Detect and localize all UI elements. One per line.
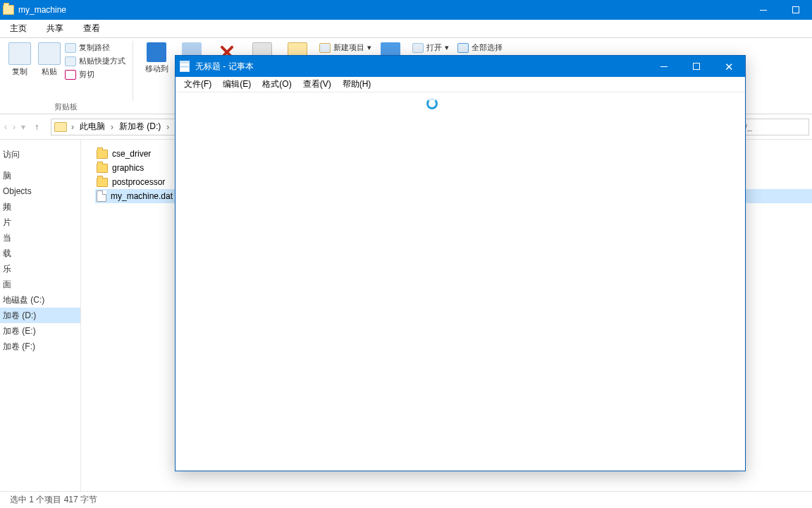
explorer-ribbon-tabs: 主页 共享 查看 xyxy=(0,20,812,38)
ribbon-tab-view[interactable]: 查看 xyxy=(73,20,110,37)
nav-back-button[interactable]: ‹ xyxy=(4,122,7,132)
ribbon-copy-path-button[interactable]: 复制路径 xyxy=(65,42,125,53)
busy-cursor-icon xyxy=(426,98,438,109)
notepad-titlebar[interactable]: 无标题 - 记事本 ✕ xyxy=(176,56,745,77)
ribbon-tab-share[interactable]: 共享 xyxy=(37,20,73,37)
file-name-label: cse_driver xyxy=(112,149,151,159)
chevron-right-icon: › xyxy=(70,122,75,132)
ribbon-cut-button[interactable]: 剪切 xyxy=(65,69,125,80)
sidebar-item[interactable]: 面 xyxy=(0,277,80,292)
file-name-label: graphics xyxy=(112,163,144,173)
sidebar-item[interactable]: 加卷 (F:) xyxy=(0,339,80,354)
file-icon xyxy=(97,190,106,202)
paste-icon xyxy=(38,42,61,65)
file-name-label: my_machine.dat xyxy=(111,191,173,201)
select-all-icon xyxy=(457,43,469,53)
sidebar-item[interactable]: 加卷 (E:) xyxy=(0,323,80,339)
sidebar-item[interactable]: 加卷 (D:) xyxy=(0,308,80,323)
sidebar-item[interactable]: 当 xyxy=(0,230,80,246)
sidebar-item[interactable]: Objects xyxy=(0,183,80,199)
explorer-statusbar: 选中 1 个项目 417 字节 xyxy=(0,491,812,508)
explorer-maximize-button[interactable] xyxy=(780,0,812,20)
folder-icon xyxy=(54,122,67,132)
notepad-icon xyxy=(180,61,190,72)
menu-edit[interactable]: 编辑(E) xyxy=(217,77,257,92)
nav-recent-button[interactable]: ▾ xyxy=(21,122,25,132)
ribbon-separator xyxy=(133,41,133,101)
nav-forward-button[interactable]: › xyxy=(13,122,16,132)
explorer-window-buttons xyxy=(747,0,812,20)
explorer-titlebar[interactable]: my_machine xyxy=(0,0,812,20)
explorer-minimize-button[interactable] xyxy=(747,0,780,20)
sidebar-item[interactable]: 频 xyxy=(0,199,80,214)
nav-up-button[interactable]: ↑ xyxy=(31,122,42,132)
move-to-icon xyxy=(147,42,166,62)
breadcrumb-segment[interactable]: 新加卷 (D:) xyxy=(116,121,164,133)
ribbon-copy-button[interactable]: 复制 xyxy=(6,41,34,80)
ribbon-select-all-button[interactable]: 全部选择 xyxy=(457,42,503,53)
explorer-sidebar[interactable]: 访问脑Objects频片当载乐面地磁盘 (C:)加卷 (D:)加卷 (E:)加卷… xyxy=(0,140,81,491)
ribbon-group-label: 剪贴板 xyxy=(1,102,130,112)
notepad-close-button[interactable]: ✕ xyxy=(713,56,745,77)
sidebar-item[interactable]: 载 xyxy=(0,246,80,261)
ribbon-group-clipboard: 复制 粘贴 复制路径 粘贴快捷方式 剪切 剪贴板 xyxy=(1,38,130,114)
ribbon-new-item-button[interactable]: 新建项目 ▾ xyxy=(319,42,371,53)
sidebar-item[interactable]: 访问 xyxy=(0,147,80,162)
status-text: 选中 1 个项目 417 字节 xyxy=(10,494,97,506)
menu-format[interactable]: 格式(O) xyxy=(257,77,297,92)
shortcut-icon xyxy=(65,56,76,66)
notepad-minimize-button[interactable] xyxy=(648,56,680,77)
notepad-window[interactable]: 无标题 - 记事本 ✕ 文件(F) 编辑(E) 格式(O) 查看(V) 帮助(H… xyxy=(175,55,746,471)
notepad-menubar: 文件(F) 编辑(E) 格式(O) 查看(V) 帮助(H) xyxy=(176,77,745,92)
sidebar-item[interactable]: 乐 xyxy=(0,261,80,277)
folder-icon xyxy=(97,164,108,173)
ribbon-open-button[interactable]: 打开 ▾ xyxy=(412,42,449,53)
sidebar-item[interactable]: 片 xyxy=(0,214,80,230)
explorer-title: my_machine xyxy=(18,5,66,15)
chevron-right-icon: › xyxy=(109,122,115,132)
scissors-icon xyxy=(65,70,76,80)
folder-icon xyxy=(97,150,108,159)
menu-file[interactable]: 文件(F) xyxy=(178,77,217,92)
chevron-right-icon: › xyxy=(165,122,171,132)
notepad-title: 无标题 - 记事本 xyxy=(195,61,254,73)
notepad-text-area[interactable] xyxy=(176,92,745,471)
sidebar-item[interactable]: 地磁盘 (C:) xyxy=(0,292,80,308)
path-icon xyxy=(65,43,76,53)
breadcrumb-segment[interactable]: 此电脑 xyxy=(77,121,108,133)
menu-view[interactable]: 查看(V) xyxy=(297,77,337,92)
new-item-icon xyxy=(319,43,331,53)
notepad-maximize-button[interactable] xyxy=(680,56,713,77)
folder-icon xyxy=(3,5,14,15)
ribbon-paste-shortcut-button[interactable]: 粘贴快捷方式 xyxy=(65,56,125,66)
ribbon-paste-button[interactable]: 粘贴 xyxy=(35,41,63,80)
folder-icon xyxy=(97,178,108,187)
menu-help[interactable]: 帮助(H) xyxy=(337,77,377,92)
file-name-label: postprocessor xyxy=(112,177,165,187)
ribbon-tab-home[interactable]: 主页 xyxy=(0,20,37,37)
chevron-down-icon: ▾ xyxy=(367,43,371,52)
open-icon xyxy=(412,43,424,53)
ribbon-move-to-button[interactable]: 移动到 xyxy=(140,41,173,74)
chevron-down-icon: ▾ xyxy=(445,43,449,52)
sidebar-item[interactable]: 脑 xyxy=(0,168,80,183)
copy-icon xyxy=(8,42,31,65)
